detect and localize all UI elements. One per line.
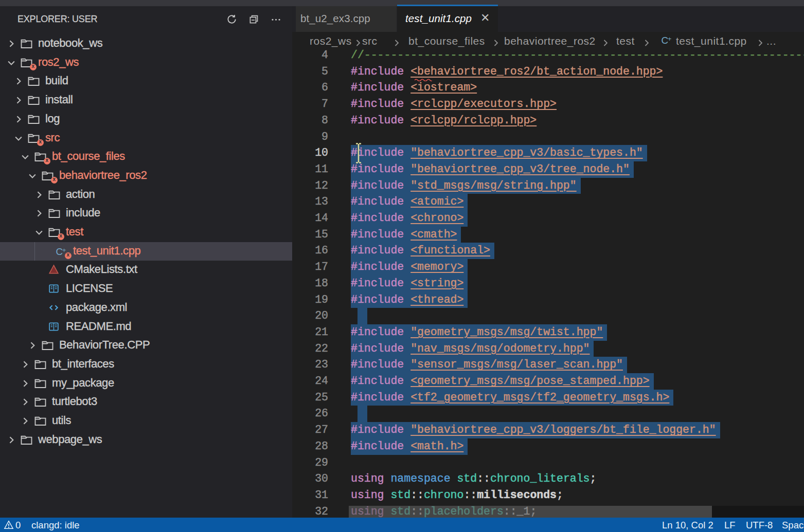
- svg-text:C: C: [56, 246, 63, 256]
- svg-text:+: +: [668, 35, 672, 43]
